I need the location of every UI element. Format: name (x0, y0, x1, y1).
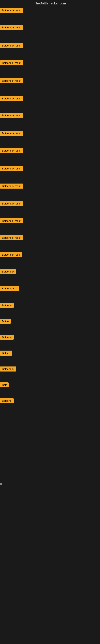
bottleneck-item-12: Bottleneck result (0, 201, 100, 207)
spacer-between-15 (0, 258, 100, 269)
bottleneck-item-11: Bottleneck result (0, 184, 100, 190)
bottleneck-item-4: Bottleneck result (0, 60, 100, 66)
bottleneck-badge-23[interactable]: Bott (0, 382, 9, 388)
spacer-between-19 (0, 325, 100, 335)
bottleneck-item-8: Bottleneck result (0, 131, 100, 137)
bottleneck-badge-19[interactable]: Bottle (0, 319, 11, 324)
bottleneck-item-1: Bottleneck result (0, 8, 100, 14)
bottleneck-badge-4[interactable]: Bottleneck result (0, 60, 23, 66)
bottleneck-item-6: Bottleneck result (0, 96, 100, 102)
spacer-between-12 (0, 207, 100, 218)
bottleneck-badge-13[interactable]: Bottleneck result (0, 218, 23, 224)
spacer-between-2 (0, 31, 100, 43)
spacer-2 (0, 442, 100, 482)
bottleneck-item-23: Bott (0, 382, 100, 388)
bottleneck-badge-24[interactable]: Bottlene (0, 398, 14, 403)
bottleneck-item-2: Bottleneck result (0, 25, 100, 31)
bottleneck-item-17: Bottleneck re (0, 286, 100, 292)
site-header: TheBottlenecker.com (0, 0, 100, 7)
spacer-between-4 (0, 66, 100, 78)
bottleneck-badge-5[interactable]: Bottleneck result (0, 78, 23, 83)
bottleneck-item-3: Bottleneck result (0, 43, 100, 49)
bottleneck-item-7: Bottleneck result (0, 113, 100, 119)
bottleneck-badge-12[interactable]: Bottleneck result (0, 201, 23, 206)
bottleneck-badge-1[interactable]: Bottleneck result (0, 8, 23, 13)
spacer-between-7 (0, 119, 100, 131)
site-title: TheBottlenecker.com (0, 0, 100, 7)
bottleneck-badge-21[interactable]: Bottlen (0, 350, 12, 356)
bottleneck-item-19: Bottle (0, 319, 100, 325)
bottleneck-badge-7[interactable]: Bottleneck result (0, 113, 23, 118)
spacer-between-21 (0, 357, 100, 366)
bottleneck-badge-2[interactable]: Bottleneck result (0, 25, 23, 30)
spacer-between-23 (0, 388, 100, 398)
bottleneck-item-13: Bottleneck result (0, 218, 100, 224)
bottleneck-item-9: Bottleneck result (0, 148, 100, 154)
spacer-between-8 (0, 137, 100, 148)
bottleneck-badge-14[interactable]: Bottleneck result (0, 235, 23, 240)
bottleneck-item-22: Bottleneck (0, 366, 100, 373)
spacer-1 (0, 406, 100, 436)
bottleneck-badge-11[interactable]: Bottleneck result (0, 184, 23, 188)
bottleneck-item-18: Bottlene (0, 303, 100, 309)
spacer-between-20 (0, 341, 100, 350)
spacer-between-11 (0, 190, 100, 201)
bottleneck-item-10: Bottleneck result (0, 166, 100, 172)
bottleneck-badge-9[interactable]: Bottleneck result (0, 148, 23, 153)
bottleneck-badge-22[interactable]: Bottleneck (0, 366, 16, 372)
bottleneck-list: Bottleneck resultBottleneck resultBottle… (0, 7, 100, 406)
bottleneck-badge-6[interactable]: Bottleneck result (0, 96, 23, 101)
small-indicator (0, 483, 1, 484)
spacer-between-17 (0, 292, 100, 303)
spacer-between-16 (0, 275, 100, 286)
spacer-between-1 (0, 14, 100, 25)
bottleneck-item-5: Bottleneck result (0, 78, 100, 84)
bottleneck-badge-16[interactable]: Bottleneck (0, 269, 16, 274)
bottleneck-badge-15[interactable]: Bottleneck resu (0, 252, 22, 257)
bottleneck-badge-18[interactable]: Bottlene (0, 303, 14, 308)
bottleneck-badge-20[interactable]: Bottlene (0, 335, 14, 340)
spacer-between-14 (0, 242, 100, 252)
bottleneck-item-16: Bottleneck (0, 269, 100, 275)
bottleneck-badge-17[interactable]: Bottleneck re (0, 286, 19, 291)
spacer-3 (0, 486, 100, 586)
cursor-indicator (0, 437, 0, 441)
spacer-between-5 (0, 84, 100, 96)
bottleneck-item-24: Bottlene (0, 398, 100, 404)
spacer-between-3 (0, 49, 100, 60)
spacer-between-6 (0, 102, 100, 113)
bottleneck-item-21: Bottlen (0, 350, 100, 357)
spacer-between-10 (0, 172, 100, 184)
spacer-between-9 (0, 154, 100, 166)
bottleneck-item-15: Bottleneck resu (0, 252, 100, 258)
bottleneck-item-14: Bottleneck result (0, 235, 100, 242)
bottleneck-badge-10[interactable]: Bottleneck result (0, 166, 23, 171)
spacer-between-22 (0, 373, 100, 382)
spacer-between-18 (0, 309, 100, 319)
bottleneck-badge-8[interactable]: Bottleneck result (0, 131, 23, 136)
bottleneck-badge-3[interactable]: Bottleneck result (0, 43, 23, 48)
bottleneck-item-20: Bottlene (0, 335, 100, 341)
spacer-between-13 (0, 224, 100, 235)
